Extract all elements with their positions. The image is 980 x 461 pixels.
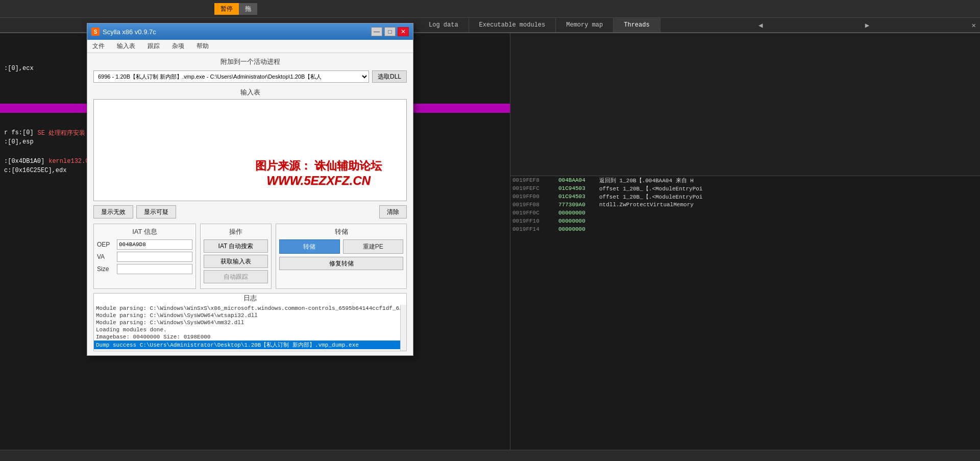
tab-prev-arrow[interactable]: ◀	[754, 18, 767, 32]
menu-file[interactable]: 文件	[89, 41, 108, 52]
mem-bytes-2: 01C94503	[558, 193, 599, 200]
attach-title: 附加到一个活动进程	[93, 57, 407, 66]
clear-button[interactable]: 清除	[379, 205, 407, 219]
bottom-section: IAT 信息 OEP VA Size 操作 IAT 自动搜索 获取输入表	[93, 224, 407, 289]
memory-panel: 0019FEF8 004BAA04 返回到 1_20B【.004BAA04 来自…	[510, 176, 980, 461]
dialog-controls: — □ ✕	[371, 27, 409, 36]
log-line-5: Dump success C:\Users\Administrator\Desk…	[94, 341, 406, 349]
log-section: 日志 Module parsing: C:\Windows\WinSxS\x86…	[93, 293, 407, 351]
asm-comment-2: SE 处理程序安装	[38, 129, 86, 137]
size-input[interactable]	[117, 264, 192, 274]
mem-bytes-6: 00000000	[558, 226, 599, 232]
log-line-0: Module parsing: C:\Windows\WinSxS\x86_mi…	[94, 305, 406, 312]
mem-bytes-0: 004BAA04	[558, 177, 599, 183]
process-select-row: 6996 - 1.20B【私人订制 新内部】.vmp.exe - C:\User…	[93, 70, 407, 83]
menu-misc[interactable]: 杂项	[169, 41, 187, 52]
transfer-column: 转储 转储 重建PE 修复转储	[276, 224, 407, 289]
mem-line-2: 0019FF00 01C94503 offset 1_20B_【.<Module…	[510, 192, 980, 201]
mem-text-1: offset 1_20B_【.<ModuleEntryPoi	[599, 185, 702, 192]
iat-table[interactable]	[93, 99, 407, 201]
oep-label: OEP	[97, 241, 115, 248]
dialog-body: 附加到一个活动进程 6996 - 1.20B【私人订制 新内部】.vmp.exe…	[87, 53, 413, 355]
dialog-title-text: Scylla x86 v0.9.7c	[103, 28, 371, 36]
mem-addr-3: 0019FF08	[512, 202, 558, 208]
show-invalid-button[interactable]: 显示无效	[93, 205, 133, 219]
iat-label: 输入表	[93, 88, 407, 97]
iat-info-title: IAT 信息	[97, 227, 192, 236]
asm-instr-1: :[0],ecx	[4, 65, 34, 72]
log-line-1: Module parsing: C:\Windows\SysWOW64\wtsa…	[94, 312, 406, 319]
tab-next-arrow[interactable]: ▶	[861, 18, 873, 32]
mem-line-1: 0019FEFC 01C94503 offset 1_20B_【.<Module…	[510, 184, 980, 192]
tab-threads[interactable]: Threads	[614, 18, 660, 32]
pause-button[interactable]: 暂停	[214, 3, 239, 15]
log-scrollbar[interactable]	[400, 305, 406, 351]
mem-addr-1: 0019FEFC	[512, 185, 558, 191]
registers-panel	[510, 33, 980, 176]
va-input[interactable]	[117, 252, 192, 262]
mem-text-2: offset 1_20B_【.<ModuleEntryPoi	[599, 193, 702, 201]
run-button[interactable]: 拖	[239, 3, 257, 15]
dialog-minimize-button[interactable]: —	[371, 27, 382, 36]
iat-left-buttons: 显示无效 显示可疑	[93, 205, 176, 219]
auto-trace-button[interactable]: 自动跟踪	[204, 270, 268, 283]
menu-imports[interactable]: 输入表	[114, 41, 138, 52]
mem-line-0: 0019FEF8 004BAA04 返回到 1_20B【.004BAA04 来自…	[510, 176, 980, 184]
mem-text-0: 返回到 1_20B【.004BAA04 来自 H	[599, 177, 694, 184]
mem-addr-0: 0019FEF8	[512, 177, 558, 183]
mem-line-4: 0019FF0C 00000000	[510, 209, 980, 217]
menu-help[interactable]: 帮助	[193, 41, 212, 52]
log-line-4: Imagebase: 00400000 Size: 0198E000	[94, 333, 406, 341]
log-line-2: Module parsing: C:\Windows\SysWOW64\mm32…	[94, 319, 406, 326]
mem-addr-4: 0019FF0C	[512, 210, 558, 216]
asm-instr-2: r fs:[0]	[4, 129, 34, 136]
dialog-maximize-button[interactable]: □	[384, 27, 396, 36]
iat-info-column: IAT 信息 OEP VA Size	[93, 224, 196, 289]
dialog-icon: S	[91, 28, 100, 36]
dialog-close-button[interactable]: ✕	[398, 27, 409, 36]
process-select[interactable]: 6996 - 1.20B【私人订制 新内部】.vmp.exe - C:\User…	[93, 70, 369, 83]
ops-column: 操作 IAT 自动搜索 获取输入表 自动跟踪	[200, 224, 272, 289]
menu-trace[interactable]: 跟踪	[144, 41, 163, 52]
tab-close[interactable]: ✕	[968, 18, 980, 32]
size-row: Size	[97, 264, 192, 274]
mem-text-3: ntdll.ZwProtectVirtualMemory	[599, 202, 694, 208]
mem-bytes-1: 01C94503	[558, 185, 599, 191]
mem-addr-6: 0019FF14	[512, 226, 558, 232]
status-bar	[0, 450, 980, 461]
rebuild-pe-button[interactable]: 重建PE	[343, 239, 404, 254]
mem-line-6: 0019FF14 00000000	[510, 225, 980, 233]
ops-title: 操作	[204, 227, 268, 236]
tab-log-data[interactable]: Log data	[419, 18, 469, 32]
dialog-titlebar: S Scylla x86 v0.9.7c — □ ✕	[87, 23, 413, 40]
mem-bytes-4: 00000000	[558, 210, 599, 216]
log-line-3: Loading modules done.	[94, 326, 406, 333]
tab-memory-map[interactable]: Memory map	[556, 18, 614, 32]
mem-bytes-3: 777309A0	[558, 202, 599, 208]
get-imports-button[interactable]: 获取输入表	[204, 255, 268, 268]
dialog-menubar: 文件 输入表 跟踪 杂项 帮助	[87, 40, 413, 53]
show-suspect-button[interactable]: 显示可疑	[136, 205, 176, 219]
mem-addr-5: 0019FF10	[512, 218, 558, 224]
oep-row: OEP	[97, 239, 192, 250]
mem-line-5: 0019FF10 00000000	[510, 217, 980, 225]
fix-dump-button[interactable]: 修复转储	[279, 257, 403, 270]
iat-auto-search-button[interactable]: IAT 自动搜索	[204, 239, 268, 253]
log-content: Module parsing: C:\Windows\WinSxS\x86_mi…	[94, 305, 406, 351]
oep-input[interactable]	[117, 239, 192, 250]
dump-button[interactable]: 转储	[279, 239, 340, 254]
asm-instr-3: :[0],esp	[4, 138, 34, 145]
iat-btn-row: 显示无效 显示可疑 清除	[93, 205, 407, 219]
log-title: 日志	[94, 294, 406, 303]
top-toolbar: 暂停 拖	[0, 0, 980, 18]
iat-section: 输入表	[93, 88, 407, 201]
va-label: VA	[97, 253, 115, 260]
select-dll-button[interactable]: 选取DLL	[372, 70, 407, 83]
transfer-title: 转储	[279, 227, 403, 236]
size-label: Size	[97, 265, 115, 273]
va-row: VA	[97, 252, 192, 262]
scylla-dialog: S Scylla x86 v0.9.7c — □ ✕ 文件 输入表 跟踪 杂项 …	[87, 23, 413, 356]
transfer-btn-row: 转储 重建PE	[279, 239, 403, 254]
mem-addr-2: 0019FF00	[512, 193, 558, 200]
tab-executable-modules[interactable]: Executable modules	[469, 18, 556, 32]
